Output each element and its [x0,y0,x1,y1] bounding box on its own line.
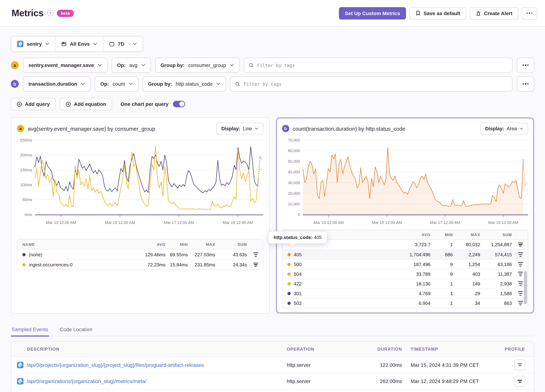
series-filter-icon[interactable] [252,262,259,268]
plus-circle-icon [17,101,22,107]
plus-circle-icon [66,101,71,107]
svg-text:200ms: 200ms [20,153,32,157]
series-min: 1 [430,242,453,247]
series-max: 34 [453,300,480,306]
metric-select[interactable]: transaction.duration [23,76,91,92]
profile-button[interactable] [514,376,525,387]
column-header-avg: AVG [397,233,430,237]
series-row[interactable]: 301 4.769 1 29 1,588 [282,288,528,298]
column-header-description: DESCRIPTION [17,346,287,351]
tag-filter-searchbox [230,76,513,92]
svg-text:Mar 13 12:00 AM: Mar 13 12:00 AM [313,220,343,225]
search-icon [248,62,254,68]
tag-filter-input[interactable] [257,62,508,68]
bookmark-icon [415,10,421,16]
series-min: 1 [430,291,453,296]
environment-value: All Envs [70,41,90,47]
python-platform-icon [17,378,23,385]
add-query-button[interactable]: Add query [11,98,56,110]
chart-panel[interactable]: a avg(sentry.event_manager.save) by cons… [11,117,269,313]
query-builder: a sentry.event_manager.save Op: avg Grou… [11,58,534,92]
siren-icon [475,10,481,16]
series-min: 9 [430,262,453,267]
save-as-default-button[interactable]: Save as default [409,7,466,19]
query-more-button[interactable] [517,58,534,73]
events-rows: /api/0/projects/{organization_slug}/{pro… [11,357,534,392]
table-scrollbar-thumb[interactable] [524,271,527,304]
svg-text:Mar 17 12:00 AM: Mar 17 12:00 AM [164,220,194,225]
group-by-select[interactable]: Group by: consumer_group [155,58,239,73]
series-color-dot [287,253,291,256]
timeseries-chart[interactable]: 010,00020,00030,00040,00050,00060,00070,… [282,136,528,227]
environment-selector[interactable]: All Envs [55,36,103,51]
series-row[interactable]: 502 6.904 1 34 863 [282,298,528,308]
series-row[interactable]: 405 1,704.496 886 2,249 574,415 [282,250,528,259]
svg-text:Mar 19 12:00 AM: Mar 19 12:00 AM [488,220,518,225]
help-icon[interactable]: ? [47,10,53,16]
timeseries-chart[interactable]: 0ms50ms100ms150ms200ms250msMar 13 12:00 … [17,136,263,227]
time-range-selector[interactable]: 7D [103,36,143,51]
series-max: 2,249 [453,252,480,257]
svg-text:Mar 17 12:00 AM: Mar 17 12:00 AM [430,220,460,225]
header-more-button[interactable] [522,7,537,19]
column-header-duration: DURATION [359,346,402,351]
toggle-knob [179,102,184,107]
chevron-down-icon [230,64,234,67]
display-type-select[interactable]: Display: Area [481,123,528,134]
chevron-down-icon [520,127,523,130]
chart-panel[interactable]: b count(transaction.duration) by http.st… [276,117,534,313]
tab[interactable]: Code Location [59,324,93,336]
svg-text:250ms: 250ms [20,138,32,142]
setup-custom-metrics-button[interactable]: Set Up Custom Metrics [339,7,406,19]
series-row[interactable]: ingest-occurrences-0 72.23ms 15.84ms 231… [17,260,263,270]
series-max: 80,032 [453,242,480,247]
event-row: /api/0/projects/{organization_slug}/{pro… [11,389,534,392]
time-range-value: 7D [118,41,124,47]
series-filter-icon[interactable] [252,251,259,257]
one-chart-per-query-toggle[interactable] [173,101,185,107]
series-sum: 11,387 [480,271,512,277]
tag-filter-input[interactable] [244,81,508,86]
chart-panel-header: a avg(sentry.event_manager.save) by cons… [17,123,263,134]
event-description-link[interactable]: /api/0/projects/{organization_slug}/{pro… [27,362,204,368]
column-header-sum: SUM [480,233,512,237]
svg-text:10,000: 10,000 [288,202,300,206]
query-more-button[interactable] [517,76,534,92]
series-name: ingest-occurrences-0 [29,262,73,267]
display-type-select[interactable]: Display: Line [217,123,263,134]
series-avg: 4.769 [397,291,430,296]
project-name: sentry [27,41,42,47]
svg-text:70,000: 70,000 [288,138,300,142]
operation-select[interactable]: Op: count [95,76,138,92]
svg-text:150ms: 150ms [20,168,32,172]
series-color-dot [287,301,291,305]
query-actions: Add query Add equation One chart per que… [11,98,534,110]
event-description-link[interactable]: /api/0/organizations/{organization_slug}… [27,378,146,384]
tab[interactable]: Sampled Events [11,324,49,336]
event-row: /api/0/projects/{organization_slug}/{pro… [11,357,534,373]
series-color-dot [287,272,291,276]
series-row[interactable]: 500 187.496 9 1,254 63,186 [282,259,528,269]
event-timestamp: Mar 15, 2024 4:31:39 PM CET [402,362,496,368]
series-row[interactable]: 422 18.136 1 149 2,938 [282,279,528,288]
series-sum: 2,938 [480,281,512,286]
event-duration: 122.00ms [359,362,402,368]
svg-text:60,000: 60,000 [288,148,300,153]
query-letter-badge: a [11,61,19,69]
add-equation-button[interactable]: Add equation [60,98,112,110]
column-header-min: MIN [430,233,453,237]
column-header-profile: PROFILE [496,346,528,351]
series-avg: 129.46ms [132,252,166,257]
create-alert-button[interactable]: Create Alert [470,7,518,19]
metric-select[interactable]: sentry.event_manager.save [23,58,107,73]
group-by-select[interactable]: Group by: http.status_code [142,76,226,92]
series-row[interactable]: 504 33.789 9 403 11,387 [282,269,528,279]
series-min: 9 [430,271,453,277]
profile-button[interactable] [514,359,525,370]
series-color-dot [22,253,25,256]
project-selector[interactable]: sentry [11,36,55,51]
series-row[interactable]: (none) 129.46ms 69.55ms 227.03ms 43.63s [17,250,263,260]
series-max: 149 [453,281,480,286]
chevron-down-icon [81,82,85,85]
operation-select[interactable]: Op: avg [112,58,151,73]
